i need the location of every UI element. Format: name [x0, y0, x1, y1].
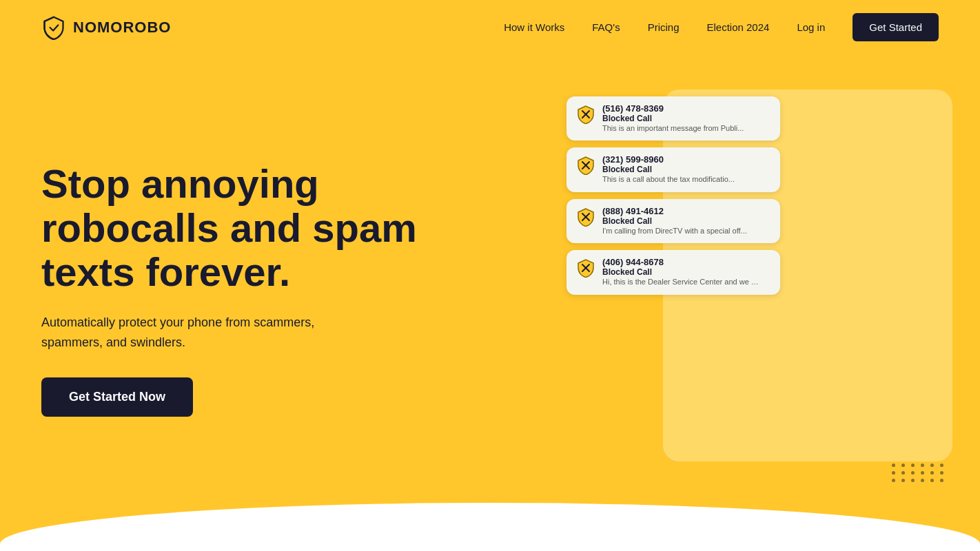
notif-label-4: Blocked Call — [602, 267, 761, 277]
nav-get-started-button[interactable]: Get Started — [853, 13, 939, 41]
notif-label-1: Blocked Call — [602, 114, 744, 123]
shield-blocked-icon — [576, 105, 595, 124]
notif-label-3: Blocked Call — [602, 216, 747, 226]
notif-card-4: (406) 944-8678 Blocked Call Hi, this is … — [566, 250, 780, 294]
shield-blocked-icon-3 — [576, 207, 595, 227]
notif-text-2: This is a call about the tax modificatio… — [602, 174, 735, 185]
nav-election[interactable]: Election 2024 — [707, 21, 770, 33]
shield-blocked-icon-2 — [576, 156, 595, 175]
logo-link[interactable]: NOMOROBO — [41, 15, 171, 40]
hero-headline: Stop annoying robocalls and spam texts f… — [41, 162, 441, 293]
logo-wordmark: NOMOROBO — [73, 19, 171, 37]
notif-text-3: I'm calling from DirecTV with a special … — [602, 226, 747, 236]
hero-content: Stop annoying robocalls and spam texts f… — [41, 162, 441, 417]
notif-text-4: Hi, this is the Dealer Service Center an… — [602, 277, 761, 287]
notif-text-1: This is an important message from Publi.… — [602, 123, 744, 134]
hero-subtext: Automatically protect your phone from sc… — [41, 313, 372, 353]
notif-number-1: (516) 478-8369 — [602, 103, 744, 114]
nav-menu: How it Works FAQ's Pricing Election 2024… — [504, 21, 939, 34]
nav-pricing[interactable]: Pricing — [648, 21, 680, 33]
notif-card-1: (516) 478-8369 Blocked Call This is an i… — [566, 96, 780, 141]
hero-cta-button[interactable]: Get Started Now — [41, 377, 193, 417]
nav-how-it-works[interactable]: How it Works — [504, 21, 564, 33]
notif-number-3: (888) 491-4612 — [602, 206, 747, 216]
shield-icon — [41, 15, 66, 40]
notification-stack: (516) 478-8369 Blocked Call This is an i… — [566, 96, 780, 295]
nav-faqs[interactable]: FAQ's — [592, 21, 620, 33]
hero-section: Stop annoying robocalls and spam texts f… — [0, 55, 980, 551]
notif-card-3: (888) 491-4612 Blocked Call I'm calling … — [566, 199, 780, 243]
notif-number-4: (406) 944-8678 — [602, 257, 761, 267]
notif-label-2: Blocked Call — [602, 165, 735, 174]
nav-login[interactable]: Log in — [797, 21, 825, 33]
notif-number-2: (321) 599-8960 — [602, 154, 735, 165]
navigation: NOMOROBO How it Works FAQ's Pricing Elec… — [0, 0, 980, 55]
hero-illustration: (516) 478-8369 Blocked Call This is an i… — [608, 90, 939, 489]
notif-card-2: (321) 599-8960 Blocked Call This is a ca… — [566, 147, 780, 191]
shield-blocked-icon-4 — [576, 258, 595, 278]
